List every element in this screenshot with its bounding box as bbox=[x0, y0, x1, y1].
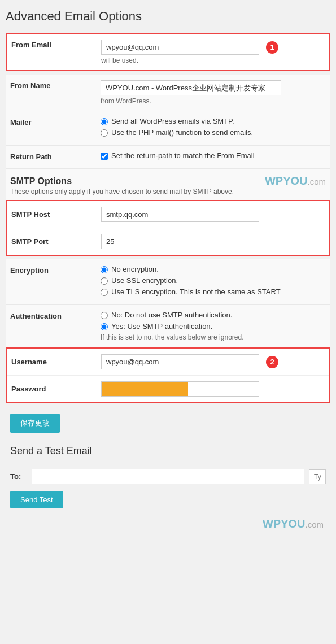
smtp-host-input[interactable] bbox=[101, 207, 259, 222]
username-badge: 2 bbox=[266, 356, 278, 368]
username-input[interactable] bbox=[101, 354, 259, 369]
authentication-radio-yes[interactable] bbox=[101, 323, 108, 330]
smtp-host-port-group: SMTP Host SMTP Port bbox=[6, 200, 330, 256]
smtp-watermark: WPYOU.com bbox=[265, 175, 326, 188]
encryption-none-label: No encryption. bbox=[111, 265, 159, 273]
authentication-label: Authentication bbox=[10, 311, 101, 341]
username-label: Username bbox=[6, 348, 97, 376]
smtp-subtext: These options only apply if you have cho… bbox=[6, 188, 330, 200]
from-email-field-cell: 1 will be used. bbox=[97, 33, 330, 71]
from-name-row: From Name from WordPress. bbox=[6, 75, 330, 111]
return-path-checkbox[interactable] bbox=[101, 153, 108, 160]
encryption-radio-ssl[interactable] bbox=[101, 277, 108, 285]
encryption-options: No encryption. Use SSL encryption. Use T… bbox=[101, 265, 326, 299]
password-input[interactable] bbox=[101, 381, 259, 397]
from-name-input[interactable] bbox=[101, 80, 281, 95]
smtp-port-input[interactable] bbox=[101, 234, 259, 249]
mailer-option-php: Use the PHP mail() function to send emai… bbox=[101, 128, 326, 137]
encryption-row: Encryption No encryption. Use SSL encryp… bbox=[6, 259, 330, 305]
username-field-cell: 2 bbox=[97, 348, 330, 376]
save-button[interactable]: 保存更改 bbox=[10, 414, 60, 433]
smtp-port-field-cell bbox=[97, 228, 330, 256]
to-input[interactable] bbox=[32, 469, 304, 484]
username-password-group: Username 2 Password bbox=[6, 347, 330, 403]
encryption-option-tls: Use TLS encryption. This is not the same… bbox=[101, 288, 326, 296]
smtp-host-label: SMTP Host bbox=[6, 201, 97, 228]
mailer-options: Send all WordPress emails via SMTP. Use … bbox=[101, 117, 326, 140]
encryption-ssl-label: Use SSL encryption. bbox=[111, 276, 178, 285]
to-label: To: bbox=[10, 472, 27, 481]
authentication-no-label: No: Do not use SMTP authentication. bbox=[111, 311, 232, 319]
return-path-option-label: Set the return-path to match the From Em… bbox=[111, 151, 255, 160]
send-test-button[interactable]: Send Test bbox=[10, 491, 63, 508]
to-row: To: bbox=[6, 465, 330, 488]
return-path-label: Return Path bbox=[10, 151, 101, 163]
smtp-options-heading: SMTP Options bbox=[10, 176, 72, 186]
return-path-content: Set the return-path to match the From Em… bbox=[101, 151, 326, 163]
encryption-label: Encryption bbox=[10, 265, 101, 299]
encryption-tls-label: Use TLS encryption. This is not the same… bbox=[111, 288, 281, 296]
page-title: Advanced Email Options bbox=[6, 9, 330, 24]
mailer-label: Mailer bbox=[10, 117, 101, 140]
smtp-port-label: SMTP Port bbox=[6, 228, 97, 256]
return-path-row: Return Path Set the return-path to match… bbox=[6, 146, 330, 169]
authentication-option-no: No: Do not use SMTP authentication. bbox=[101, 311, 326, 319]
from-name-hint: from WordPress. bbox=[101, 97, 326, 105]
footer-watermark: WPYOU.com bbox=[263, 517, 324, 530]
password-field-cell bbox=[97, 376, 330, 403]
from-email-input[interactable] bbox=[101, 40, 259, 55]
authentication-row: Authentication No: Do not use SMTP authe… bbox=[6, 305, 330, 347]
authentication-yes-label: Yes: Use SMTP authentication. bbox=[111, 322, 212, 330]
from-name-label: From Name bbox=[10, 80, 101, 105]
from-email-badge: 1 bbox=[266, 41, 278, 54]
mailer-radio-php[interactable] bbox=[101, 129, 108, 137]
encryption-option-none: No encryption. bbox=[101, 265, 326, 273]
return-path-option: Set the return-path to match the From Em… bbox=[101, 151, 326, 160]
mailer-smtp-label: Send all WordPress emails via SMTP. bbox=[111, 117, 234, 125]
from-email-hint: will be used. bbox=[101, 56, 325, 64]
authentication-radio-no[interactable] bbox=[101, 312, 108, 319]
mailer-row: Mailer Send all WordPress emails via SMT… bbox=[6, 111, 330, 146]
to-type-input[interactable] bbox=[309, 469, 326, 484]
authentication-options: No: Do not use SMTP authentication. Yes:… bbox=[101, 311, 326, 341]
encryption-radio-tls[interactable] bbox=[101, 289, 108, 296]
encryption-radio-none[interactable] bbox=[101, 266, 108, 273]
mailer-php-label: Use the PHP mail() function to send emai… bbox=[111, 128, 253, 137]
authentication-option-yes: Yes: Use SMTP authentication. bbox=[101, 322, 326, 330]
smtp-host-field-cell bbox=[97, 201, 330, 228]
test-email-heading: Send a Test Email bbox=[6, 440, 330, 462]
encryption-option-ssl: Use SSL encryption. bbox=[101, 276, 326, 285]
footer: WPYOU.com bbox=[6, 512, 330, 534]
password-label: Password bbox=[6, 376, 97, 403]
from-name-field-cell: from WordPress. bbox=[101, 80, 326, 105]
authentication-hint: If this is set to no, the values below a… bbox=[101, 333, 326, 341]
mailer-option-smtp: Send all WordPress emails via SMTP. bbox=[101, 117, 326, 125]
mailer-radio-smtp[interactable] bbox=[101, 118, 108, 125]
from-email-group: From Email 1 will be used. bbox=[6, 33, 330, 71]
from-email-label: From Email bbox=[6, 33, 97, 71]
